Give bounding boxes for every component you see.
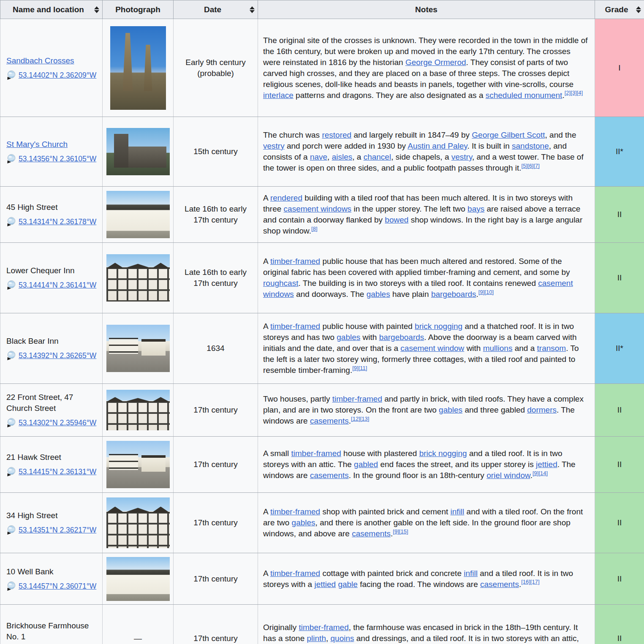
article-link[interactable]: aisles [332,152,353,161]
reference-link[interactable]: [3] [571,90,576,96]
globe-icon[interactable] [6,467,16,477]
coordinates-link[interactable]: 53.14356°N 2.36105°W [19,153,96,164]
article-link[interactable]: vestry [263,141,285,150]
article-link[interactable]: casement windows [263,279,573,299]
article-link[interactable]: casements [310,471,349,480]
photograph-thumbnail[interactable] [106,557,170,601]
article-link[interactable]: brick nogging [419,449,467,458]
coordinates-link[interactable]: 53.14392°N 2.36265°W [19,350,96,361]
article-link[interactable]: casements [352,529,391,538]
photograph-thumbnail[interactable] [110,26,166,110]
article-link[interactable]: rendered [270,193,302,202]
reference-link[interactable]: [13] [360,416,370,422]
photograph-thumbnail[interactable] [106,497,170,548]
article-link[interactable]: dormers [527,405,557,414]
article-link[interactable]: gables [439,405,462,414]
article-link[interactable]: timber-framed [291,449,341,458]
article-link[interactable]: transom [537,344,566,353]
reference-link[interactable]: [14] [538,470,548,476]
article-link[interactable]: chancel [364,152,391,161]
article-link[interactable]: casements [480,580,519,589]
globe-icon[interactable] [6,70,16,80]
article-link[interactable]: timber-framed [270,257,320,266]
reference-link[interactable]: [5] [522,163,527,169]
article-link[interactable]: casements [310,416,349,425]
article-link[interactable]: jettied [314,580,336,589]
reference-link[interactable]: [8] [311,226,317,232]
article-link[interactable]: timber-framed [332,394,382,403]
article-link[interactable]: quoins [331,634,354,643]
article-link[interactable]: gabled [354,460,378,469]
article-link[interactable]: vestry [451,152,472,161]
reference-link[interactable]: [2] [565,90,571,96]
header-name-and-location[interactable]: Name and location [0,0,103,19]
article-link[interactable]: timber-framed [299,623,348,632]
article-link[interactable]: timber-framed [270,569,320,578]
reference-link[interactable]: [17] [530,579,540,585]
building-name-link[interactable]: St Mary's Church [6,140,68,149]
article-link[interactable]: jettied [536,460,557,469]
article-link[interactable]: George Gilbert Scott [472,130,545,139]
article-link[interactable]: interlace [263,91,293,100]
article-link[interactable]: mullions [483,344,513,353]
coordinates-link[interactable]: 53.14402°N 2.36209°W [19,70,96,81]
article-link[interactable]: bargeboards [379,333,424,342]
article-link[interactable]: bargeboards [431,290,476,299]
globe-icon[interactable] [6,525,16,535]
article-link[interactable]: scheduled monument [486,91,562,100]
article-link[interactable]: gables [292,518,315,527]
reference-link[interactable]: [9] [393,528,399,535]
reference-link[interactable]: [4] [577,90,583,96]
photograph-thumbnail[interactable] [106,191,170,238]
reference-link[interactable]: [6] [527,163,533,169]
article-link[interactable]: roughcast [263,279,298,288]
reference-link[interactable]: [9] [478,289,484,295]
article-link[interactable]: plinth [307,634,326,643]
article-link[interactable]: George Ormerod [405,58,466,67]
article-link[interactable]: bays [467,204,484,213]
reference-link[interactable]: [9] [352,365,358,371]
reference-link[interactable]: [7] [534,163,540,169]
coordinates-link[interactable]: 53.14414°N 2.36141°W [19,280,96,291]
header-grade[interactable]: Grade [595,0,644,19]
reference-link[interactable]: [11] [359,365,367,371]
article-link[interactable]: infill [464,569,478,578]
article-link[interactable]: restored [322,130,351,139]
globe-icon[interactable] [6,581,16,591]
article-link[interactable]: nave [310,152,327,161]
building-name-link[interactable]: Sandbach Crosses [6,56,74,65]
article-link[interactable]: timber-framed [270,322,320,331]
globe-icon[interactable] [6,418,16,428]
article-link[interactable]: gables [337,333,360,342]
coordinates-link[interactable]: 53.14302°N 2.35946°W [19,417,96,428]
article-link[interactable]: sandstone [512,141,549,150]
coordinates-link[interactable]: 53.14351°N 2.36217°W [19,524,96,535]
article-link[interactable]: timber-framed [270,507,320,516]
article-link[interactable]: gables [367,290,390,299]
photograph-thumbnail[interactable] [106,128,170,175]
globe-icon[interactable] [6,280,16,290]
coordinates-link[interactable]: 53.14314°N 2.36178°W [19,216,96,227]
article-link[interactable]: casement windows [284,204,352,213]
header-date[interactable]: Date [174,0,258,19]
coordinates-link[interactable]: 53.14457°N 2.36071°W [19,581,96,592]
article-link[interactable]: bowed [385,215,408,224]
article-link[interactable]: Austin and Paley [408,141,467,150]
photograph-thumbnail[interactable] [106,441,170,488]
article-link[interactable]: oriel window [486,471,530,480]
article-link[interactable]: brick nogging [415,322,462,331]
photograph-thumbnail[interactable] [106,390,170,430]
reference-link[interactable]: [15] [399,528,408,535]
globe-icon[interactable] [6,351,16,361]
globe-icon[interactable] [6,154,16,164]
article-link[interactable]: infill [451,507,465,516]
reference-link[interactable]: [12] [351,416,360,422]
photograph-thumbnail[interactable] [106,325,170,372]
photograph-thumbnail[interactable] [106,254,170,302]
article-link[interactable]: casement window [400,344,464,353]
coordinates-link[interactable]: 53.14415°N 2.36131°W [19,466,96,477]
article-link[interactable]: gable [338,580,358,589]
reference-link[interactable]: [10] [484,289,494,295]
reference-link[interactable]: [16] [521,579,530,585]
reference-link[interactable]: [9] [533,470,538,476]
